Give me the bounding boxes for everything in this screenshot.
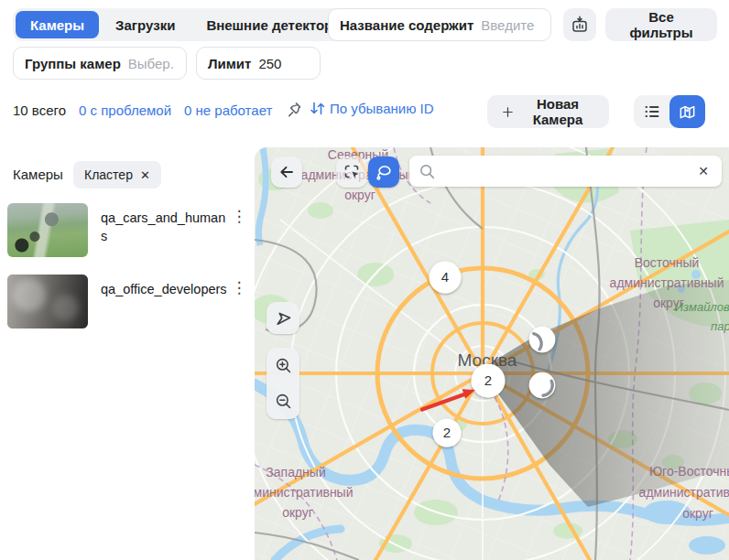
cluster-marker[interactable]: 2 — [433, 419, 462, 447]
map-search-close-icon[interactable]: ✕ — [694, 162, 713, 180]
cluster-count: 2 — [443, 425, 451, 440]
cluster-marker[interactable]: 4 — [430, 262, 462, 294]
list-view-icon — [643, 102, 661, 121]
name-filter-field[interactable]: Название содержит — [328, 8, 551, 41]
zoom-out-button[interactable] — [267, 386, 299, 417]
camera-list-item[interactable]: qa_cars_and_humans ⋮ — [0, 203, 247, 273]
navigate-arrow-icon — [274, 309, 292, 328]
limit-field[interactable]: Лимит — [196, 47, 321, 80]
map-view-button[interactable] — [669, 95, 705, 128]
name-filter-input[interactable] — [481, 17, 539, 33]
cluster-count: 2 — [484, 372, 492, 388]
select-area-button[interactable] — [336, 156, 367, 188]
select-area-icon — [343, 163, 361, 181]
camera-menu-button[interactable]: ⋮ — [229, 205, 249, 229]
map-zoom-controls — [267, 348, 299, 419]
camera-groups-label: Группы камер — [25, 56, 121, 71]
sidebar-title: Камеры — [13, 167, 63, 182]
back-arrow-icon — [277, 163, 296, 181]
map-terrain: Северный административный округ Восточны… — [255, 147, 729, 560]
pin-button[interactable] — [285, 101, 305, 121]
main-tabs: Камеры Загрузки Внешние детекторы — [13, 8, 362, 41]
zoom-in-icon — [274, 356, 293, 375]
camera-name: qa_cars_and_humans — [101, 209, 227, 245]
lasso-select-button[interactable] — [368, 156, 399, 188]
status-row: 10 всего 0 с проблемой 0 не работает — [13, 97, 272, 123]
map-canvas[interactable]: Северный административный округ Восточны… — [255, 147, 729, 560]
list-view-button[interactable] — [634, 95, 669, 128]
camera-thumbnail[interactable] — [7, 275, 88, 328]
map-locate-button[interactable] — [267, 302, 299, 334]
tab-cameras[interactable]: Камеры — [16, 11, 99, 38]
plus-icon — [502, 104, 514, 120]
sort-button[interactable]: По убыванию ID — [309, 100, 434, 117]
map-search-input[interactable] — [443, 164, 687, 178]
camera-app: Камеры Загрузки Внешние детекторы Назван… — [0, 0, 729, 560]
cluster-marker[interactable]: 2 — [472, 364, 506, 398]
view-toggle — [634, 95, 705, 128]
camera-menu-button[interactable]: ⋮ — [229, 276, 249, 300]
map-search-box[interactable]: ✕ — [409, 156, 722, 187]
zoom-in-button[interactable] — [267, 350, 299, 382]
camera-list-item[interactable]: qa_office_developers ⋮ — [0, 275, 247, 344]
sort-asc-desc-icon — [309, 100, 326, 117]
all-filters-button[interactable]: Все фильтры — [605, 8, 717, 41]
new-camera-button[interactable]: Новая Камера — [487, 95, 609, 128]
search-icon — [419, 163, 436, 180]
camera-marker[interactable] — [529, 372, 556, 399]
map-view-icon — [678, 102, 697, 122]
total-count: 10 всего — [13, 102, 66, 118]
cluster-count: 4 — [441, 269, 449, 285]
camera-groups-input[interactable] — [128, 56, 175, 71]
sort-label: По убыванию ID — [330, 101, 434, 116]
camera-thumbnail[interactable] — [7, 203, 88, 257]
not-working-link[interactable]: 0 не работает — [184, 102, 272, 118]
name-filter-label: Название содержит — [340, 17, 473, 33]
all-filters-label: Все фильтры — [620, 9, 702, 40]
camera-name: qa_office_developers — [101, 280, 227, 298]
with-problem-link[interactable]: 0 с проблемой — [79, 102, 171, 118]
cluster-chip-label: Кластер — [84, 167, 133, 182]
map-back-button[interactable] — [271, 156, 302, 188]
lasso-icon — [375, 163, 394, 182]
cluster-chip-close-icon[interactable]: ✕ — [140, 168, 150, 182]
limit-label: Лимит — [208, 56, 251, 71]
pin-icon — [286, 101, 304, 119]
new-camera-label: Новая Камера — [521, 96, 594, 127]
camera-groups-field[interactable]: Группы камер — [13, 47, 187, 80]
export-report-button[interactable] — [563, 8, 596, 41]
zoom-out-icon — [274, 392, 293, 411]
report-download-icon — [571, 16, 589, 34]
cluster-filter-chip[interactable]: Кластер ✕ — [73, 161, 161, 188]
blurred-preview — [7, 275, 88, 328]
camera-marker[interactable] — [529, 327, 556, 353]
limit-input[interactable] — [258, 56, 304, 71]
tab-uploads[interactable]: Загрузки — [101, 11, 190, 38]
